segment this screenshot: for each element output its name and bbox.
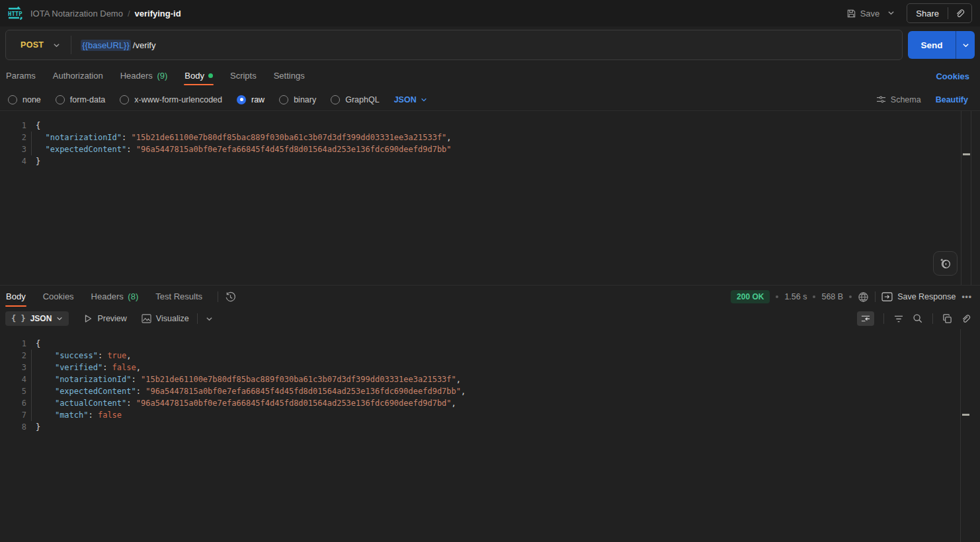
network-globe-icon[interactable] — [858, 291, 869, 303]
tools-divider — [883, 313, 884, 324]
code-line: 6 "actualContent": "96a5447815a0bf0e7efa… — [0, 397, 980, 409]
beautify-button[interactable]: Beautify — [936, 95, 968, 104]
radio-circle — [120, 95, 129, 104]
unsaved-changes-dot — [208, 73, 213, 78]
line-number: 4 — [0, 373, 26, 385]
response-tab-headers[interactable]: Headers (8) — [91, 286, 140, 308]
response-format-label: JSON — [30, 314, 52, 323]
body-type-radio-none[interactable]: none — [8, 95, 41, 104]
save-options-chevron[interactable] — [883, 6, 899, 21]
response-meta: 200 OK 1.56 s 568 B Save Response ••• — [731, 290, 972, 303]
line-number: 7 — [0, 409, 26, 421]
cookies-link[interactable]: Cookies — [936, 71, 969, 81]
code-content: } — [26, 155, 40, 167]
code-content: "verified": false, — [26, 362, 141, 373]
response-header: BodyCookiesHeaders (8)Test Results 200 O… — [0, 286, 980, 308]
method-chevron-icon[interactable] — [53, 42, 60, 49]
send-button-group: Send — [908, 31, 975, 59]
line-number: 2 — [0, 132, 26, 143]
url-variable[interactable]: {{baseURL}} — [81, 40, 131, 51]
code-content: "match": false — [26, 409, 122, 421]
wrap-text-toggle[interactable] — [857, 311, 874, 326]
visualize-button[interactable]: Visualize — [142, 314, 189, 323]
radio-circle — [279, 95, 288, 104]
line-number: 3 — [0, 143, 26, 155]
save-icon — [846, 9, 856, 19]
status-badge[interactable]: 200 OK — [731, 290, 770, 303]
request-editor-scrollbar[interactable] — [961, 111, 971, 285]
sliders-icon — [876, 95, 886, 104]
body-type-radio-raw[interactable]: raw — [237, 95, 265, 104]
tab-settings[interactable]: Settings — [273, 64, 306, 88]
tab-count-badge: (9) — [155, 71, 168, 81]
postbot-sparkle-icon — [939, 257, 952, 270]
tab-label: Body — [184, 71, 204, 81]
tab-params[interactable]: Params — [5, 64, 36, 88]
format-chevron-icon — [56, 315, 63, 322]
line-number: 2 — [0, 350, 26, 362]
filter-icon[interactable] — [893, 315, 904, 323]
scrollbar-marker — [962, 414, 969, 416]
code-content: "actualContent": "96a5447815a0bf0e7efa66… — [26, 397, 456, 409]
radio-label: raw — [251, 95, 265, 104]
code-line: 8} — [0, 421, 980, 433]
body-type-radios: noneform-datax-www-form-urlencodedrawbin… — [8, 95, 394, 104]
schema-button[interactable]: Schema — [876, 95, 921, 104]
response-tab-cookies[interactable]: Cookies — [42, 286, 75, 308]
body-language-select[interactable]: JSON — [394, 95, 427, 104]
search-icon[interactable] — [913, 313, 923, 324]
response-body-editor[interactable]: 1{2 "success": true,3 "verified": false,… — [0, 329, 980, 542]
tab-headers[interactable]: Headers (9) — [120, 64, 169, 88]
breadcrumb-request-name[interactable]: verifying-id — [135, 9, 181, 19]
tab-label: Authorization — [53, 71, 103, 81]
response-toolbar: { } JSON Preview Visualize — [0, 308, 980, 329]
send-button[interactable]: Send — [908, 31, 956, 59]
tab-body[interactable]: Body — [184, 64, 214, 88]
code-line: 5 "expectedContent": "96a5447815a0bf0e7e… — [0, 385, 980, 397]
response-history-icon[interactable] — [225, 291, 236, 303]
play-icon — [83, 314, 93, 323]
response-tabs-divider — [218, 291, 218, 302]
line-number: 1 — [0, 120, 26, 132]
visualize-label: Visualize — [156, 314, 189, 323]
response-tab-body[interactable]: Body — [5, 286, 26, 308]
code-line: 3 "verified": false, — [0, 362, 980, 373]
breadcrumb-collection[interactable]: IOTA Notarization Demo — [30, 9, 123, 19]
request-body-editor[interactable]: 1{2 "notarizationId": "15b21de61100e7b80… — [0, 111, 980, 286]
tools-divider — [932, 313, 933, 324]
share-button[interactable]: Share — [907, 4, 948, 22]
view-options-chevron[interactable] — [206, 315, 213, 323]
url-box: POST {{baseURL}}/verify — [5, 30, 903, 60]
tab-count-badge: (8) — [126, 291, 139, 301]
response-size[interactable]: 568 B — [821, 292, 843, 301]
body-type-radio-x-www-form-urlencoded[interactable]: x-www-form-urlencoded — [120, 95, 222, 104]
body-type-radio-graphql[interactable]: GraphQL — [331, 95, 379, 104]
response-time[interactable]: 1.56 s — [784, 292, 807, 301]
link-icon[interactable] — [961, 314, 971, 324]
body-type-radio-binary[interactable]: binary — [279, 95, 316, 104]
response-editor-scrollbar[interactable] — [960, 329, 971, 542]
meta-divider — [875, 291, 876, 302]
preview-button[interactable]: Preview — [83, 314, 126, 323]
meta-dot — [849, 295, 852, 298]
response-format-select[interactable]: { } JSON — [5, 311, 69, 326]
copy-icon[interactable] — [942, 314, 952, 324]
method-selector[interactable]: POST — [6, 40, 53, 50]
url-path[interactable]: /verify — [133, 40, 156, 50]
body-type-radio-form-data[interactable]: form-data — [56, 95, 106, 104]
radio-circle — [56, 95, 65, 104]
response-more-menu[interactable]: ••• — [961, 292, 972, 301]
copy-link-icon[interactable] — [948, 4, 971, 22]
line-number: 6 — [0, 397, 26, 409]
response-tab-test-results[interactable]: Test Results — [155, 286, 203, 308]
tab-scripts[interactable]: Scripts — [229, 64, 257, 88]
postbot-button[interactable] — [933, 251, 958, 276]
url-input[interactable]: {{baseURL}}/verify — [81, 40, 902, 50]
request-url-row: POST {{baseURL}}/verify Send — [0, 26, 980, 63]
send-options-chevron[interactable] — [956, 31, 975, 59]
request-tabs: ParamsAuthorizationHeaders (9)BodyScript… — [0, 63, 980, 89]
save-response-button[interactable]: Save Response — [881, 292, 956, 301]
tab-authorization[interactable]: Authorization — [52, 64, 104, 88]
line-number: 1 — [0, 338, 26, 350]
save-button[interactable]: Save — [842, 6, 884, 21]
